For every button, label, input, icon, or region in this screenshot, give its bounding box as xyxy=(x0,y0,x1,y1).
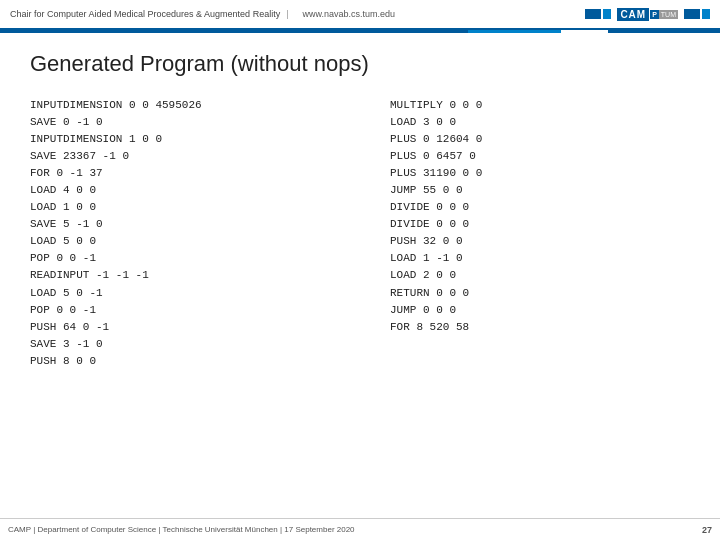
footer-text: CAMP | Department of Computer Science | … xyxy=(8,525,355,534)
page-number: 27 xyxy=(702,525,712,535)
accent-bar xyxy=(0,30,720,33)
code-line: INPUTDIMENSION 0 0 4595026 xyxy=(30,97,330,114)
code-line: PLUS 0 12604 0 xyxy=(390,131,690,148)
code-line: POP 0 0 -1 xyxy=(30,250,330,267)
cam-logo: CAM P TUM xyxy=(617,8,678,21)
code-line: MULTIPLY 0 0 0 xyxy=(390,97,690,114)
main-content: Generated Program (without nops) INPUTDI… xyxy=(0,35,720,380)
code-line: FOR 8 520 58 xyxy=(390,319,690,336)
code-line: LOAD 3 0 0 xyxy=(390,114,690,131)
code-line: PUSH 32 0 0 xyxy=(390,233,690,250)
code-line: DIVIDE 0 0 0 xyxy=(390,199,690,216)
header-logos: CAM P TUM xyxy=(585,8,710,21)
code-line: FOR 0 -1 37 xyxy=(30,165,330,182)
code-line: INPUTDIMENSION 1 0 0 xyxy=(30,131,330,148)
code-line: LOAD 2 0 0 xyxy=(390,267,690,284)
code-line: JUMP 0 0 0 xyxy=(390,302,690,319)
footer: CAMP | Department of Computer Science | … xyxy=(0,518,720,540)
code-line: SAVE 3 -1 0 xyxy=(30,336,330,353)
code-line: SAVE 23367 -1 0 xyxy=(30,148,330,165)
code-line: LOAD 5 0 0 xyxy=(30,233,330,250)
code-line: LOAD 1 -1 0 xyxy=(390,250,690,267)
code-line: POP 0 0 -1 xyxy=(30,302,330,319)
code-line: SAVE 0 -1 0 xyxy=(30,114,330,131)
code-line: PUSH 8 0 0 xyxy=(30,353,330,370)
code-line: LOAD 5 0 -1 xyxy=(30,285,330,302)
code-line: JUMP 55 0 0 xyxy=(390,182,690,199)
code-left-column: INPUTDIMENSION 0 0 4595026SAVE 0 -1 0INP… xyxy=(30,97,330,370)
code-line: SAVE 5 -1 0 xyxy=(30,216,330,233)
header-url: www.navab.cs.tum.edu xyxy=(302,9,395,19)
code-line: RETURN 0 0 0 xyxy=(390,285,690,302)
code-line: LOAD 4 0 0 xyxy=(30,182,330,199)
code-line: PUSH 64 0 -1 xyxy=(30,319,330,336)
code-line: PLUS 0 6457 0 xyxy=(390,148,690,165)
code-line: READINPUT -1 -1 -1 xyxy=(30,267,330,284)
header-institution: Chair for Computer Aided Medical Procedu… xyxy=(10,9,280,19)
code-line: LOAD 1 0 0 xyxy=(30,199,330,216)
header: Chair for Computer Aided Medical Procedu… xyxy=(0,0,720,30)
code-line: DIVIDE 0 0 0 xyxy=(390,216,690,233)
code-right-column: MULTIPLY 0 0 0LOAD 3 0 0PLUS 0 12604 0PL… xyxy=(390,97,690,370)
code-line: PLUS 31190 0 0 xyxy=(390,165,690,182)
page-title: Generated Program (without nops) xyxy=(30,51,690,77)
code-columns: INPUTDIMENSION 0 0 4595026SAVE 0 -1 0INP… xyxy=(30,97,690,370)
